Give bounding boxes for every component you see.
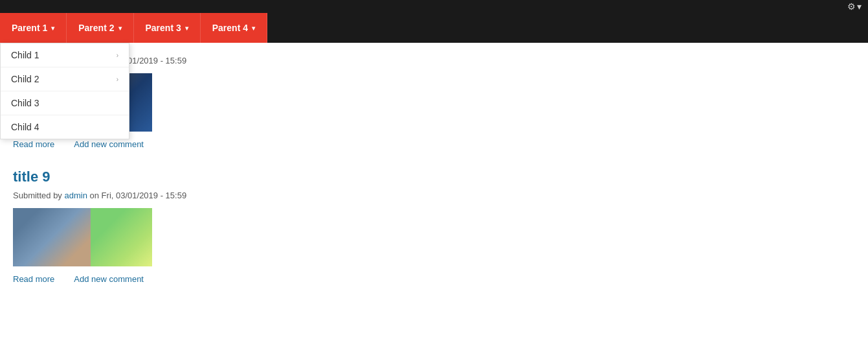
article-2: title 9 Submitted by admin on Fri, 03/01…	[13, 169, 855, 284]
nav-label-parent1: Parent 1	[12, 23, 47, 33]
main-content: Submitted by admin on Fri, 03/01/2019 - …	[0, 43, 868, 316]
dropdown-item-child4[interactable]: Child 4	[1, 115, 129, 139]
top-bar: ⚙ ▾	[0, 0, 868, 13]
chevron-right-icon-child2: ›	[117, 76, 118, 83]
article-2-image	[13, 208, 152, 266]
article-1: Submitted by admin on Fri, 03/01/2019 - …	[13, 56, 855, 149]
dropdown-label-child2: Child 2	[11, 74, 39, 84]
nav-arrow-parent3: ▾	[185, 25, 188, 32]
nav-item-parent2[interactable]: Parent 2 ▾	[67, 13, 133, 43]
article-2-submitted-prefix: Submitted by	[13, 191, 65, 200]
article-2-image-people-left	[13, 208, 91, 266]
gear-dropdown-icon: ▾	[857, 1, 862, 12]
nav-arrow-parent4: ▾	[252, 25, 255, 32]
navbar: Parent 1 ▾ Parent 2 ▾ Parent 3 ▾ Parent …	[0, 13, 868, 43]
article-1-read-more[interactable]: Read more	[13, 139, 54, 149]
article-2-author[interactable]: admin	[65, 191, 87, 200]
dropdown-label-child3: Child 3	[11, 98, 39, 108]
nav-label-parent3: Parent 3	[146, 23, 181, 33]
article-1-links: Read more Add new comment	[13, 139, 855, 149]
dropdown-menu: Child 1 › Child 2 › Child 3 Child 4	[0, 43, 129, 139]
article-2-title: title 9	[13, 169, 855, 185]
nav-arrow-parent1: ▾	[51, 25, 54, 32]
article-1-meta: Submitted by admin on Fri, 03/01/2019 - …	[13, 56, 855, 65]
dropdown-label-child4: Child 4	[11, 122, 39, 132]
gear-icon: ⚙	[847, 1, 856, 12]
dropdown-item-child3[interactable]: Child 3	[1, 91, 129, 115]
article-2-image-people-right	[91, 208, 152, 266]
nav-item-parent1[interactable]: Parent 1 ▾	[0, 13, 67, 43]
chevron-right-icon-child1: ›	[117, 52, 118, 59]
dropdown-item-child2[interactable]: Child 2 ›	[1, 67, 129, 91]
article-1-add-comment[interactable]: Add new comment	[74, 139, 144, 149]
dropdown-item-child1[interactable]: Child 1 ›	[1, 43, 129, 67]
article-2-links: Read more Add new comment	[13, 274, 855, 284]
article-2-add-comment[interactable]: Add new comment	[74, 274, 144, 284]
dropdown-label-child1: Child 1	[11, 50, 39, 60]
article-2-meta: Submitted by admin on Fri, 03/01/2019 - …	[13, 191, 855, 200]
article-2-image-people	[13, 208, 152, 266]
nav-label-parent4: Parent 4	[212, 23, 248, 33]
gear-menu[interactable]: ⚙ ▾	[847, 1, 862, 12]
article-2-read-more[interactable]: Read more	[13, 274, 54, 284]
nav-label-parent2: Parent 2	[78, 23, 114, 33]
nav-item-parent3[interactable]: Parent 3 ▾	[134, 13, 201, 43]
article-2-date: on Fri, 03/01/2019 - 15:59	[90, 191, 187, 200]
nav-arrow-parent2: ▾	[118, 25, 122, 32]
nav-item-parent4[interactable]: Parent 4 ▾	[201, 13, 267, 43]
